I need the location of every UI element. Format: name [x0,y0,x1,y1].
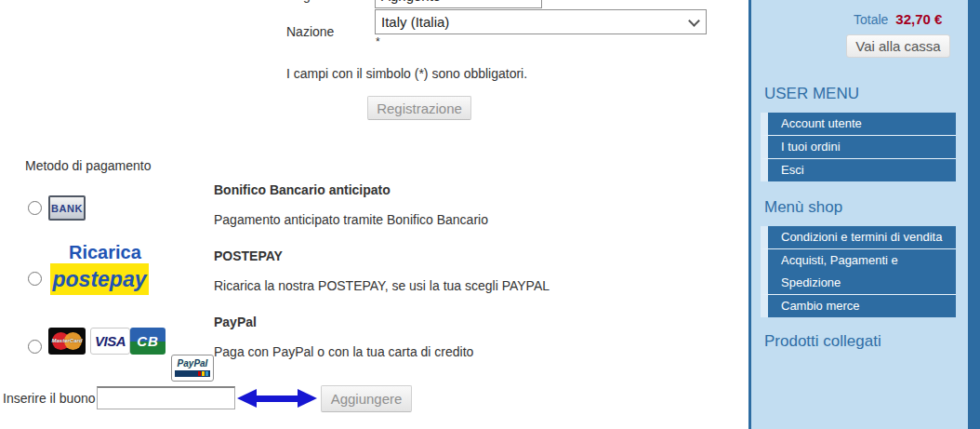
bank-icon: BANK [48,195,86,221]
sidebar-item-i-tuoi-ordini[interactable]: I tuoi ordini [761,136,956,159]
related-products-heading: Prodotti collegati [764,332,881,351]
sidebar-item-condizioni[interactable]: Condizioni e termini di vendita [761,226,956,249]
mastercard-icon: MasterCard [48,328,86,355]
regione-label: Regione [286,0,335,3]
radio-paypal[interactable] [28,340,42,354]
required-mark: * [376,35,380,48]
sidebar-item-cambio-merce[interactable]: Cambio merce [761,295,956,317]
mastercard-icon-text: MasterCard [48,338,86,343]
regione-select[interactable]: Agrigento [375,0,542,8]
sidebar-item-account-utente[interactable]: Account utente [761,113,956,136]
chevron-down-icon [688,15,700,27]
paypal-icon-bar [175,370,210,377]
regione-select-value: Agrigento [381,0,441,4]
user-menu: Account utente I tuoi ordini Esci [761,113,956,181]
cb-icon: CB [130,328,166,355]
cart-total: Totale 32,70 € [854,11,942,27]
payment-desc-bonifico: Pagamento anticipato tramite Bonifico Ba… [214,212,488,227]
payment-title-bonifico: Bonifico Bancario anticipato [214,182,391,197]
required-fields-note: I campi con il simbolo (*) sono obbligat… [286,66,527,81]
total-label: Totale [854,12,888,27]
nazione-select[interactable]: Italy (Italia) [375,9,707,34]
payment-title-postepay: POSTEPAY [214,248,283,263]
payment-section-label: Metodo di pagamento [25,158,151,173]
postepay-logo-ricarica: Ricarica [69,242,141,263]
user-menu-heading: USER MENU [764,85,859,103]
coupon-label: Inserire il buono [3,391,96,406]
sidebar-item-acquisti-pagamenti[interactable]: Acquisti, Pagamenti e Spedizione [761,249,956,295]
nazione-select-value: Italy (Italia) [381,14,449,30]
visa-icon: VISA [90,328,130,355]
radio-postepay[interactable] [28,272,42,286]
annotation-double-arrow [237,389,317,408]
registrazione-button[interactable]: Registrazione [367,96,471,120]
radio-bonifico[interactable] [28,201,42,215]
payment-title-paypal: PayPal [214,315,257,329]
shop-menu-heading: Menù shop [764,198,842,217]
paypal-icon-text: PayPal [172,358,213,369]
total-value: 32,70 € [895,11,942,27]
vai-alla-cassa-button[interactable]: Vai alla cassa [846,34,950,58]
paypal-icon: PayPal [171,355,214,382]
payment-desc-postepay: Ricarica la nostra POSTEPAY, se usi la t… [214,278,550,293]
cb-icon-text: CB [137,333,159,349]
sidebar-item-esci[interactable]: Esci [761,159,956,181]
sidebar-right-edge [968,0,980,429]
shop-menu: Condizioni e termini di vendita Acquisti… [761,226,956,317]
checkout-page: Regione Agrigento Italy (Italia) Nazione… [0,0,980,429]
bank-icon-label: BANK [51,203,83,214]
payment-desc-paypal: Paga con PayPal o con la tua carta di cr… [214,344,473,359]
postepay-logo: postepay [50,263,149,295]
aggiungere-button[interactable]: Aggiungere [321,385,412,412]
coupon-input[interactable] [97,386,235,409]
nazione-label: Nazione [286,24,334,39]
visa-icon-text: VISA [95,333,126,349]
postepay-logo-text: postepay [53,267,147,292]
